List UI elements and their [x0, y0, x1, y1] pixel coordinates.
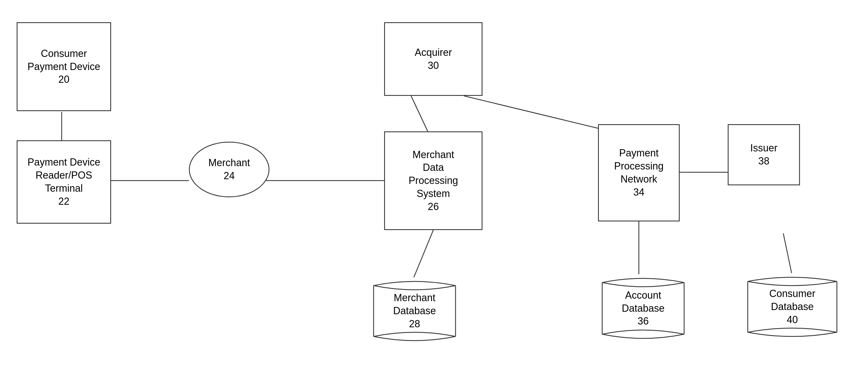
consumer-payment-device-box: ConsumerPayment Device20 — [17, 22, 111, 111]
acquirer-label: Acquirer30 — [415, 46, 452, 72]
svg-line-3 — [411, 96, 428, 131]
diagram: ConsumerPayment Device20 Payment DeviceR… — [0, 0, 868, 367]
account-database-box: AccountDatabase36 — [599, 274, 687, 342]
merchant-label: Merchant24 — [208, 156, 250, 183]
merchant-data-processing-label: MerchantDataProcessingSystem26 — [409, 148, 458, 213]
svg-line-4 — [464, 96, 611, 131]
account-database-label: AccountDatabase36 — [616, 286, 670, 331]
merchant-box: Merchant24 — [189, 142, 270, 197]
merchant-database-box: MerchantDatabase28 — [371, 277, 458, 345]
payment-processing-network-box: PaymentProcessingNetwork34 — [598, 124, 680, 221]
acquirer-box: Acquirer30 — [384, 22, 483, 96]
issuer-label: Issuer38 — [750, 142, 777, 168]
svg-line-8 — [783, 233, 792, 273]
payment-device-reader-box: Payment DeviceReader/POSTerminal22 — [17, 140, 111, 224]
issuer-box: Issuer38 — [728, 124, 800, 185]
consumer-database-box: ConsumerDatabase40 — [745, 273, 840, 341]
merchant-data-processing-box: MerchantDataProcessingSystem26 — [384, 131, 483, 230]
consumer-payment-device-label: ConsumerPayment Device20 — [28, 47, 100, 86]
svg-line-5 — [414, 230, 433, 277]
payment-processing-network-label: PaymentProcessingNetwork34 — [614, 147, 663, 198]
payment-device-reader-label: Payment DeviceReader/POSTerminal22 — [28, 156, 100, 208]
merchant-database-label: MerchantDatabase28 — [388, 289, 441, 333]
consumer-database-label: ConsumerDatabase40 — [764, 284, 821, 329]
